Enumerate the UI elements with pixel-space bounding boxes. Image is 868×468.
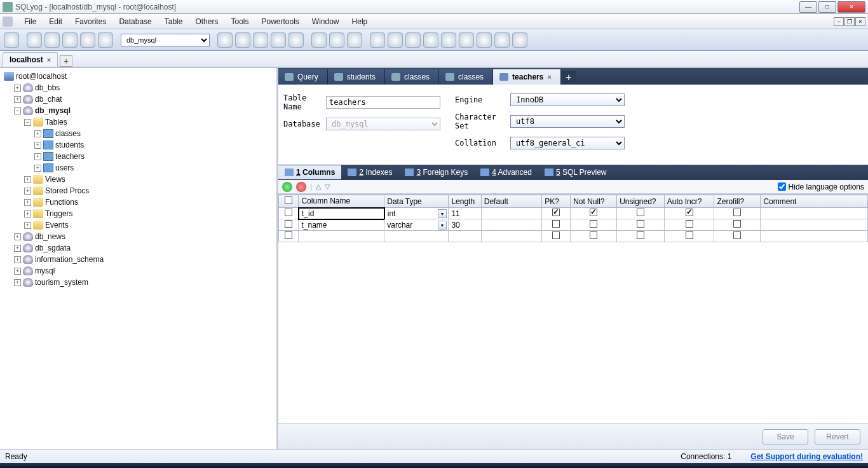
content-tab-teachers[interactable]: teachers× [493,69,561,85]
hide-language-checkbox[interactable] [778,182,786,191]
expand-icon[interactable]: + [14,279,21,286]
cell-comment[interactable] [761,231,868,242]
toolbar-btn-4[interactable] [62,32,78,48]
expand-icon[interactable]: + [14,256,21,263]
expand-icon[interactable]: + [14,245,21,252]
toolbar-btn-14[interactable] [347,32,362,48]
checkbox[interactable] [686,231,693,239]
subtab-columns[interactable]: 1 Columns [278,165,341,179]
checkbox[interactable] [590,209,597,216]
toolbar-btn-23[interactable] [512,32,527,48]
menu-database[interactable]: Database [112,15,158,28]
cell-column-name[interactable] [299,231,384,242]
content-tab-students[interactable]: students [328,69,385,85]
content-tab-query[interactable]: Query [278,69,328,85]
cell-comment[interactable] [761,208,868,219]
cell-default[interactable] [481,219,542,231]
cell-length[interactable] [449,231,481,242]
cell-column-name[interactable]: t_id [299,208,384,219]
delete-row-icon[interactable] [296,182,306,192]
checkbox[interactable] [686,209,693,216]
menu-powertools[interactable]: Powertools [255,15,305,28]
subtab-foreign-keys[interactable]: 3 Foreign Keys [398,165,474,179]
checkbox[interactable] [552,209,560,216]
toolbar-btn-21[interactable] [477,32,492,48]
cell-length[interactable]: 11 [449,208,481,219]
cell-data-type[interactable]: int▾ [384,208,449,219]
menu-favorites[interactable]: Favorites [69,15,112,28]
connection-tab-add[interactable]: + [60,55,72,67]
cell-length[interactable]: 30 [449,219,481,231]
select-engine[interactable]: InnoDB [510,93,625,106]
tree-folder-views[interactable]: +Views [0,174,276,185]
revert-button[interactable]: Revert [815,429,860,444]
select-collation[interactable]: utf8_general_ci [510,137,625,149]
menu-window[interactable]: Window [306,15,346,28]
connection-tab-localhost[interactable]: localhost × [3,52,58,67]
content-tab-classes[interactable]: classes [439,69,493,85]
tree-table-teachers[interactable]: +teachers [0,151,276,162]
checkbox[interactable] [552,220,560,228]
dropdown-icon[interactable]: ▾ [438,209,447,218]
row-checkbox[interactable] [285,209,292,216]
tree-folder-stored-procs[interactable]: +Stored Procs [0,185,276,196]
toolbar-btn-16[interactable] [388,32,403,48]
connection-tab-close-icon[interactable]: × [47,56,51,64]
status-support-link[interactable]: Get Support during evaluation! [750,452,863,461]
content-tab-add[interactable]: + [561,71,576,85]
toolbar-btn-22[interactable] [494,32,510,48]
menu-tools[interactable]: Tools [224,15,255,28]
mdi-close[interactable]: × [855,17,865,26]
grid-header[interactable]: Zerofill? [714,195,761,208]
mdi-restore[interactable]: ❐ [844,17,855,26]
columns-grid[interactable]: Column NameData TypeLengthDefaultPK?Not … [278,195,868,242]
tree-db-db_chat[interactable]: +db_chat [0,93,276,105]
grid-header[interactable]: Auto Incr? [664,195,714,208]
expand-icon[interactable]: + [24,176,31,183]
tree-root[interactable]: root@localhost [0,71,276,82]
grid-row[interactable]: t_idint▾11 [279,208,868,219]
subtab-indexes[interactable]: 2 Indexes [341,165,398,179]
cell-comment[interactable] [761,219,868,231]
cell-column-name[interactable]: t_name [299,219,384,231]
checkbox[interactable] [733,231,741,239]
row-checkbox[interactable] [285,220,292,228]
toolbar-btn-18[interactable] [423,32,438,48]
checkbox[interactable] [637,209,644,216]
mdi-minimize[interactable]: – [834,17,844,26]
cell-default[interactable] [481,231,542,242]
toolbar-btn-3[interactable] [44,32,60,48]
cell-default[interactable] [481,208,542,219]
tree-db-tourism_system[interactable]: +tourism_system [0,277,276,288]
grid-header[interactable]: Unsigned? [617,195,665,208]
grid-header[interactable]: Comment [761,195,868,208]
tree-folder-functions[interactable]: +Functions [0,196,276,208]
select-database[interactable]: db_mysql [326,118,440,130]
expand-icon[interactable]: + [14,268,21,275]
checkbox[interactable] [686,220,693,228]
tree-folder-events[interactable]: +Events [0,219,276,231]
menu-others[interactable]: Others [189,15,224,28]
maximize-button[interactable]: □ [818,1,836,13]
checkbox[interactable] [733,209,741,216]
subtab-sql-preview[interactable]: 5 SQL Preview [538,165,613,179]
tree-table-students[interactable]: +students [0,139,276,151]
input-table-name[interactable] [326,96,440,109]
grid-header[interactable]: PK? [542,195,571,208]
toolbar-btn-9[interactable] [253,32,268,48]
grid-header[interactable]: Data Type [384,195,449,208]
tree-db-db_news[interactable]: +db_news [0,231,276,242]
add-row-icon[interactable] [282,182,292,192]
content-tab-classes[interactable]: classes [385,69,439,85]
menu-help[interactable]: Help [346,15,374,28]
save-button[interactable]: Save [763,429,808,444]
toolbar-btn-1[interactable] [4,32,19,48]
toolbar-btn-6[interactable] [98,32,113,48]
expand-icon[interactable]: + [34,142,41,149]
grid-header[interactable]: Column Name [299,195,384,208]
tree-table-classes[interactable]: +classes [0,128,276,139]
expand-icon[interactable]: + [34,153,41,160]
checkbox[interactable] [552,231,560,239]
expand-icon[interactable]: + [24,199,31,206]
toolbar-btn-5[interactable] [80,32,95,48]
